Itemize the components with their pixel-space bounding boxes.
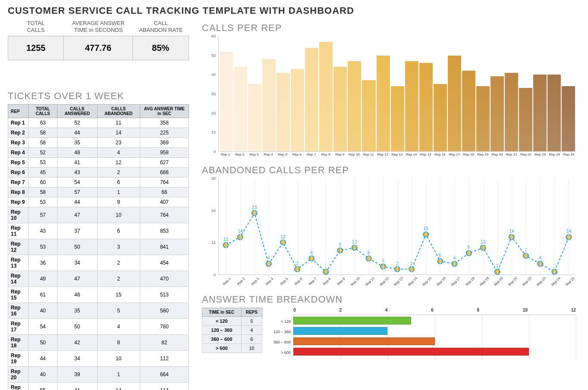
bar: [348, 61, 361, 151]
bar: [533, 75, 547, 151]
kpi-header-row: TOTALCALLS AVERAGE ANSWERTIME in SECONDS…: [8, 19, 189, 36]
table-row: < 1205: [202, 317, 262, 326]
hbar: [293, 327, 387, 335]
bar: [434, 84, 447, 151]
table-row: Rep 2040391664: [8, 367, 189, 383]
bar: [362, 80, 375, 151]
bar: [391, 86, 404, 151]
bar: [547, 75, 561, 151]
tickets-table: REP TOTAL CALLS CALLS ANSWERED CALLS ABA…: [8, 104, 189, 390]
table-row: Rep 10574710764: [8, 207, 189, 223]
kpi-values-row: 1255 477.76 85%: [8, 36, 189, 60]
kpi-total-calls: 1255: [8, 36, 64, 60]
kpi-abandon-rate: 85%: [133, 36, 189, 60]
table-row: Rep 85857166: [8, 187, 189, 197]
th-answered: CALLS ANSWERED: [57, 105, 97, 118]
bar: [234, 67, 247, 151]
calls-per-rep-chart: 0102030405060 Rep 1Rep 2Rep 3Rep 4Rep 5R…: [209, 36, 580, 161]
table-row: Rep 1253503841: [8, 239, 189, 255]
page-title: CUSTOMER SERVICE CALL TRACKING TEMPLATE …: [8, 5, 580, 16]
bar: [277, 73, 290, 151]
table-row: Rep 953449407: [8, 197, 189, 207]
atb-title: ANSWER TIME BREAKDOWN: [202, 294, 580, 305]
bar: [405, 61, 418, 151]
table-row: Rep 1635211358: [8, 118, 189, 128]
bar: [462, 71, 475, 151]
bar: [491, 76, 504, 151]
bar: [248, 84, 261, 151]
table-row: Rep 15614615513: [8, 287, 189, 303]
atb-table: TIME in SEC REPS < 1205120 – 3604360 – 6…: [202, 308, 262, 353]
table-row: Rep 452484958: [8, 148, 189, 158]
table-row: Rep 1754504780: [8, 319, 189, 335]
th-total: TOTAL CALLS: [28, 105, 57, 118]
table-row: Rep 1336342454: [8, 255, 189, 271]
th-avg: AVG ANSWER TIME in SEC: [140, 105, 189, 118]
bar: [291, 69, 304, 151]
table-row: Rep 645432688: [8, 168, 189, 178]
bar: [505, 73, 518, 151]
th-abandoned: CALLS ABANDONED: [97, 105, 140, 118]
abandoned-title: ABANDONED CALLS PER REP: [202, 165, 580, 176]
kpi-avg-answer: 477.76: [64, 36, 132, 60]
bar: [220, 52, 233, 151]
bar: [377, 56, 390, 152]
bar: [562, 86, 575, 151]
abandoned-chart: 0122436 11142341226191063221554810114741…: [209, 178, 580, 290]
hbar: [293, 317, 411, 324]
bar: [419, 63, 433, 151]
table-row: Rep 1449472470: [8, 271, 189, 287]
table-row: Rep 1143376853: [8, 223, 189, 239]
bar: [305, 48, 318, 151]
table-row: 360 – 6006: [202, 335, 262, 344]
table-row: 120 – 3604: [202, 326, 262, 335]
table-row: Rep 5534112627: [8, 158, 189, 168]
table-row: > 60010: [202, 344, 262, 353]
bar: [262, 59, 276, 151]
table-row: Rep 1640355580: [8, 303, 189, 319]
bar: [448, 56, 461, 152]
hbar: [293, 337, 435, 345]
th-rep: REP: [8, 105, 28, 118]
tickets-title: TICKETS OVER 1 WEEK: [8, 90, 189, 102]
hbar: [293, 348, 529, 356]
calls-per-rep-title: CALLS PER REP: [202, 22, 580, 34]
th-atb-time: TIME in SEC: [202, 308, 242, 317]
table-row: Rep 3583523369: [8, 138, 189, 148]
bar: [519, 88, 532, 151]
bar: [476, 86, 490, 151]
table-row: Rep 2584414225: [8, 128, 189, 138]
th-atb-reps: REPS: [241, 308, 262, 317]
table-row: Rep 760546764: [8, 178, 189, 187]
bar: [319, 42, 333, 151]
table-row: Rep 19443410112: [8, 351, 189, 367]
bar: [333, 67, 347, 151]
table-row: Rep 21554114114: [8, 383, 189, 390]
atb-chart: 024681012 < 120120 – 360360 – 600> 600: [267, 308, 580, 359]
table-row: Rep 185042882: [8, 335, 189, 351]
